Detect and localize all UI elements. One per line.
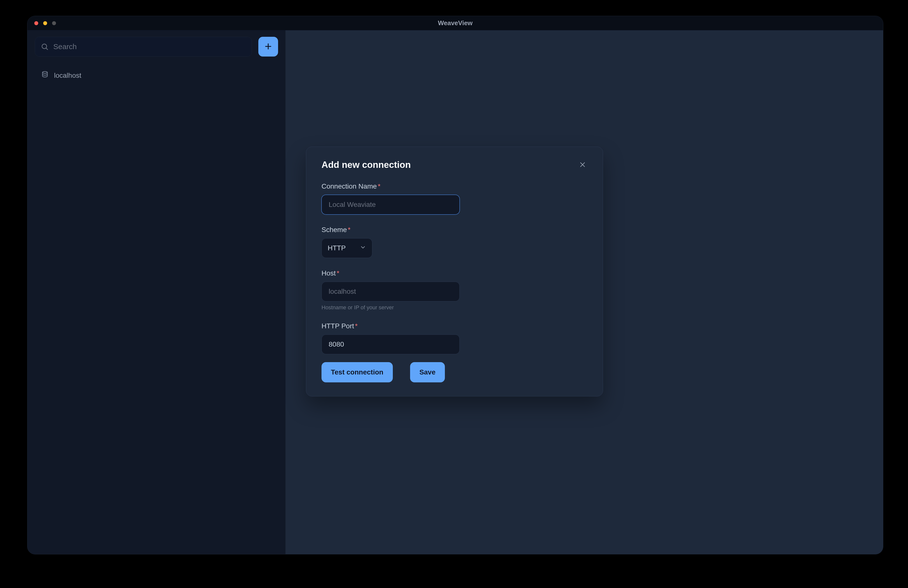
minimize-window-icon[interactable]: [43, 21, 47, 25]
main-panel: Add new connection Connection Name*: [285, 31, 883, 554]
modal-title: Add new connection: [322, 160, 411, 170]
plus-icon: [264, 42, 273, 52]
close-icon: [579, 161, 586, 169]
svg-point-4: [42, 72, 47, 74]
fullscreen-window-icon[interactable]: [52, 21, 56, 25]
close-window-icon[interactable]: [34, 21, 38, 25]
database-icon: [41, 71, 48, 80]
search-wrap: [35, 37, 252, 56]
window-controls: [34, 21, 56, 25]
field-label: HTTP Port*: [322, 322, 588, 330]
sidebar-item-localhost[interactable]: localhost: [35, 68, 278, 83]
label-text: Scheme: [322, 226, 347, 234]
sidebar-list: localhost: [35, 68, 278, 83]
required-marker: *: [348, 226, 351, 234]
field-connection-name: Connection Name*: [322, 182, 588, 214]
search-icon: [41, 43, 48, 51]
add-connection-modal: Add new connection Connection Name*: [306, 147, 603, 396]
label-text: Connection Name: [322, 182, 377, 190]
save-button[interactable]: Save: [410, 362, 445, 382]
field-http-port: HTTP Port*: [322, 322, 588, 354]
app-body: localhost Add new connection: [27, 31, 883, 554]
modal-header: Add new connection: [322, 160, 588, 170]
field-scheme: Scheme* HTTP: [322, 226, 588, 258]
field-label: Scheme*: [322, 226, 588, 234]
window-title: WeaveView: [27, 19, 883, 27]
required-marker: *: [355, 322, 358, 330]
svg-line-1: [46, 48, 48, 50]
required-marker: *: [337, 269, 340, 277]
app-window: WeaveView: [27, 16, 883, 554]
svg-point-0: [42, 44, 47, 48]
field-label: Connection Name*: [322, 182, 588, 190]
sidebar-item-label: localhost: [54, 72, 81, 79]
http-port-input[interactable]: [322, 335, 460, 354]
field-host: Host* Hostname or IP of your server: [322, 269, 588, 311]
scheme-selected-value: HTTP: [328, 244, 346, 252]
sidebar: localhost: [27, 31, 285, 554]
sidebar-toolbar: [35, 37, 278, 56]
chevron-down-icon: [360, 244, 366, 252]
test-connection-button[interactable]: Test connection: [322, 362, 393, 382]
field-label: Host*: [322, 269, 588, 277]
titlebar: WeaveView: [27, 16, 883, 31]
connection-name-input[interactable]: [322, 195, 460, 214]
label-text: Host: [322, 269, 336, 277]
modal-actions: Test connection Save: [322, 362, 588, 382]
add-connection-button[interactable]: [258, 37, 278, 56]
host-input[interactable]: [322, 282, 460, 301]
search-input[interactable]: [35, 37, 252, 56]
close-modal-button[interactable]: [578, 160, 588, 170]
scheme-select[interactable]: HTTP: [322, 238, 372, 258]
label-text: HTTP Port: [322, 322, 354, 330]
host-help-text: Hostname or IP of your server: [322, 304, 588, 311]
required-marker: *: [378, 182, 380, 190]
